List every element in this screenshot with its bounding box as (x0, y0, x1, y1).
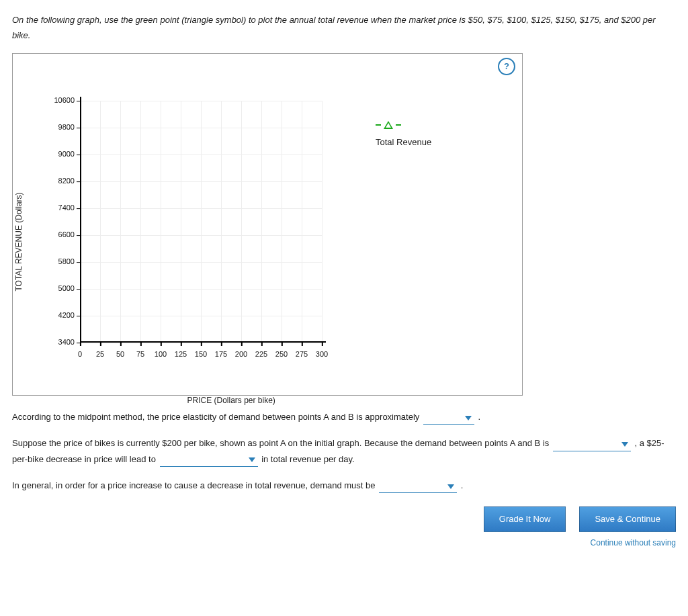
chevron-down-icon (447, 484, 454, 489)
q2-text-1: Suppose the price of bikes is currently … (12, 438, 549, 448)
x-tick: 300 (316, 343, 328, 361)
grid-line (181, 101, 181, 343)
x-tick: 200 (235, 343, 247, 361)
grid-line (80, 181, 322, 182)
grid-line (161, 101, 161, 343)
grid-line (80, 289, 322, 290)
plot-area[interactable]: 3400420050005800660074008200900098001060… (80, 101, 322, 343)
grid-line (80, 208, 322, 209)
triangle-icon[interactable] (384, 121, 393, 129)
grid-line (80, 101, 322, 101)
grade-button[interactable]: Grade It Now (484, 507, 566, 531)
grid-line (302, 101, 302, 343)
x-tick: 275 (296, 343, 308, 361)
x-tick: 225 (255, 343, 267, 361)
chevron-down-icon (465, 416, 472, 421)
x-axis-label: PRICE (Dollars per bike) (187, 394, 275, 408)
graph-panel: ? TOTAL REVENUE (Dollars) 34004200500058… (12, 53, 523, 396)
y-tick: 9800 (58, 121, 80, 134)
y-tick: 8200 (58, 175, 80, 188)
y-tick: 9000 (58, 148, 80, 161)
legend-label: Total Revenue (376, 134, 431, 150)
grid-line (80, 155, 322, 155)
grid-line (261, 101, 262, 343)
x-tick: 75 (136, 343, 144, 361)
q3-suffix: . (461, 480, 464, 490)
y-tick: 7400 (58, 202, 80, 215)
demand-condition-dropdown[interactable] (379, 480, 457, 493)
graph-instructions: On the following graph, use the green po… (12, 12, 676, 44)
x-tick: 100 (155, 343, 167, 361)
demand-type-dropdown[interactable] (553, 439, 631, 451)
q2-text-3: in total revenue per day. (261, 454, 355, 464)
chevron-down-icon (249, 457, 255, 462)
grid-line (120, 101, 121, 343)
grid-line (322, 101, 322, 343)
revenue-change-dropdown[interactable] (160, 454, 258, 467)
grid-line (140, 101, 141, 343)
grid-line (80, 316, 322, 316)
y-tick: 5800 (58, 255, 80, 269)
chart[interactable]: TOTAL REVENUE (Dollars) 3400420050005800… (40, 101, 349, 383)
y-tick: 4200 (58, 309, 80, 322)
help-button[interactable]: ? (498, 58, 515, 75)
q1-text: According to the midpoint method, the pr… (12, 412, 419, 422)
question-2: Suppose the price of bikes is currently … (12, 435, 676, 467)
question-1: According to the midpoint method, the pr… (12, 409, 676, 425)
y-tick: 10600 (54, 94, 80, 107)
grid-line (80, 128, 322, 128)
y-tick: 5000 (58, 282, 80, 296)
x-tick: 175 (215, 343, 227, 361)
grid-line (221, 101, 222, 343)
x-tick: 150 (195, 343, 207, 361)
grid-line (201, 101, 202, 343)
continue-without-saving-link[interactable]: Continue without saving (12, 536, 676, 551)
grid-line (241, 101, 242, 343)
grid-line (282, 101, 282, 343)
y-tick: 6600 (58, 228, 80, 242)
legend-dash-right (396, 124, 401, 126)
x-tick: 0 (78, 343, 82, 361)
x-tick: 125 (175, 343, 187, 361)
footer-buttons: Grade It Now Save & Continue (12, 507, 676, 531)
y-axis (80, 97, 81, 343)
grid-line (80, 235, 322, 236)
y-axis-label: TOTAL REVENUE (Dollars) (12, 192, 27, 291)
x-tick: 250 (275, 343, 288, 361)
legend-dash-left (376, 124, 381, 126)
question-3: In general, in order for a price increas… (12, 478, 676, 493)
grid-line (80, 262, 322, 263)
grid-line (100, 101, 101, 343)
chart-legend[interactable]: Total Revenue (376, 121, 431, 150)
y-tick: 3400 (58, 336, 80, 349)
q1-suffix: . (478, 412, 481, 422)
save-continue-button[interactable]: Save & Continue (579, 507, 676, 531)
x-tick: 25 (96, 343, 104, 361)
q3-text: In general, in order for a price increas… (12, 480, 376, 490)
chevron-down-icon (621, 442, 628, 447)
x-tick: 50 (116, 343, 124, 361)
elasticity-dropdown[interactable] (423, 412, 474, 425)
